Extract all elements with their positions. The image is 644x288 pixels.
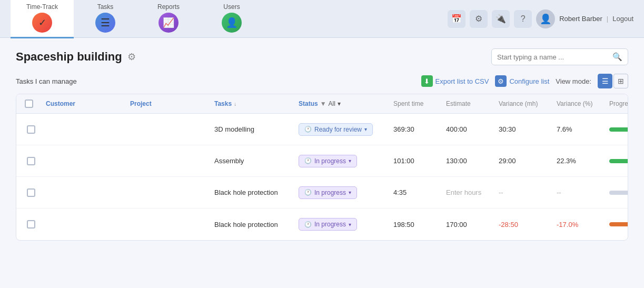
clock-icon: 🕐: [304, 189, 312, 196]
view-mode-list-button[interactable]: ☰: [598, 74, 612, 88]
sort-icon: ↓: [234, 101, 236, 107]
td-variance-pct: 7.6%: [552, 121, 605, 137]
page-header: Spaceship building ⚙ 🔍: [16, 48, 628, 65]
header-checkbox[interactable]: [25, 100, 33, 108]
td-status[interactable]: 🕐 In progress ▾: [294, 182, 389, 203]
nav-label-reports: Reports: [157, 3, 180, 11]
row-checkbox[interactable]: [27, 188, 35, 197]
status-badge[interactable]: 🕐 Ready for review ▾: [299, 123, 373, 136]
th-estimate-label: Estimate: [446, 100, 471, 107]
row-checkbox[interactable]: [27, 125, 35, 134]
filter-all-label: All: [329, 100, 335, 107]
td-status[interactable]: 🕐 In progress ▾: [294, 151, 389, 172]
th-status[interactable]: Status ▼ All ▾: [294, 94, 389, 113]
toolbar-right: ⬇ Export list to CSV ⚙ Configure list Vi…: [421, 74, 628, 88]
td-task-name: Black hole protection: [210, 184, 294, 201]
td-task-name: 3D modelling: [210, 121, 294, 137]
configure-list-icon: ⚙: [495, 75, 507, 87]
td-variance-mh: 29:00: [494, 153, 552, 169]
view-mode-icons: ☰ ⊞: [598, 74, 628, 88]
nav-icon-tasks: ☰: [95, 13, 115, 33]
nav-item-tasks[interactable]: Tasks ☰: [74, 0, 137, 38]
page-settings-icon[interactable]: ⚙: [127, 51, 136, 63]
td-project: [126, 125, 210, 134]
td-customer: [42, 188, 126, 197]
help-icon[interactable]: ?: [514, 10, 532, 28]
th-variance-pct: Variance (%): [552, 94, 605, 113]
nav-username: Robert Barber: [559, 15, 602, 23]
progress-bar-empty: [609, 191, 628, 195]
nav-item-reports[interactable]: Reports 📈: [137, 0, 200, 38]
td-checkbox[interactable]: [21, 184, 42, 201]
filter-dropdown-icon: ▾: [338, 100, 341, 107]
th-tasks-label: Tasks: [214, 100, 232, 107]
td-estimate: 170:00: [442, 216, 494, 233]
td-task-name: Black hole protection: [210, 216, 294, 233]
table-row: Black hole protection 🕐 In progress ▾ 4:…: [16, 177, 628, 208]
table-header: Customer Project Tasks ↓ Status ▼ All ▾ …: [16, 94, 628, 114]
search-icon[interactable]: 🔍: [612, 52, 622, 62]
plugins-icon[interactable]: 🔌: [492, 10, 510, 28]
td-checkbox[interactable]: [21, 153, 42, 170]
th-status-label: Status: [299, 100, 318, 107]
nav-label-tasks: Tasks: [97, 3, 114, 11]
td-checkbox[interactable]: [21, 121, 42, 138]
calendar-icon[interactable]: 📅: [448, 10, 465, 28]
td-status[interactable]: 🕐 In progress ▾: [294, 214, 389, 235]
row-checkbox[interactable]: [27, 220, 35, 229]
th-variance-pct-label: Variance (%): [557, 100, 592, 107]
export-csv-label: Export list to CSV: [435, 77, 489, 85]
progress-bar: [609, 222, 628, 226]
nav-items: Time-Track ✓ Tasks ☰ Reports 📈 Users 👤: [11, 0, 448, 38]
clock-icon: 🕐: [304, 221, 312, 228]
status-badge[interactable]: 🕐 In progress ▾: [299, 218, 357, 231]
toolbar-subtitle: Tasks I can manage: [16, 77, 77, 85]
th-tasks[interactable]: Tasks ↓: [210, 94, 294, 113]
settings-icon[interactable]: ⚙: [470, 10, 488, 28]
configure-list-button[interactable]: ⚙ Configure list: [495, 75, 549, 87]
th-customer[interactable]: Customer: [42, 94, 126, 113]
td-estimate: Enter hours: [442, 184, 494, 201]
th-project-label: Project: [130, 100, 152, 107]
page-title-row: Spaceship building ⚙: [16, 50, 136, 64]
top-navigation: Time-Track ✓ Tasks ☰ Reports 📈 Users 👤 📅…: [0, 0, 644, 38]
td-variance-pct: --: [552, 184, 605, 201]
th-checkbox[interactable]: [21, 94, 42, 113]
td-variance-pct: -17.0%: [552, 216, 605, 233]
status-dropdown-icon: ▾: [349, 222, 351, 227]
filter-all-button[interactable]: ▼ All ▾: [320, 100, 341, 107]
filter-icon: ▼: [320, 100, 326, 107]
td-estimate: 400:00: [442, 121, 494, 137]
td-project: [126, 188, 210, 197]
th-project[interactable]: Project: [126, 94, 210, 113]
status-dropdown-icon: ▾: [349, 158, 351, 164]
table-row: Assembly 🕐 In progress ▾ 101:00 130:00 2…: [16, 145, 628, 177]
td-project: [126, 220, 210, 229]
td-project: [126, 157, 210, 165]
td-status[interactable]: 🕐 Ready for review ▾: [294, 119, 389, 140]
nav-logout[interactable]: Logout: [612, 15, 633, 23]
nav-icon-time-track: ✓: [32, 13, 52, 33]
nav-separator: |: [607, 15, 608, 23]
td-progress-bar: [605, 218, 628, 231]
th-progress-bar-label: Progress Bar: [609, 100, 628, 107]
export-csv-icon: ⬇: [421, 75, 433, 87]
search-box[interactable]: 🔍: [491, 48, 628, 65]
td-spent-time: 198:50: [389, 216, 442, 233]
td-variance-mh: --: [494, 184, 552, 201]
table-body: 3D modelling 🕐 Ready for review ▾ 369:30…: [16, 114, 628, 240]
status-label: In progress: [314, 221, 346, 228]
row-checkbox[interactable]: [27, 157, 35, 165]
export-csv-button[interactable]: ⬇ Export list to CSV: [421, 75, 489, 87]
view-mode-grid-button[interactable]: ⊞: [613, 74, 628, 88]
status-badge[interactable]: 🕐 In progress ▾: [299, 186, 357, 199]
status-badge[interactable]: 🕐 In progress ▾: [299, 155, 357, 167]
search-input[interactable]: [497, 53, 608, 61]
td-checkbox[interactable]: [21, 216, 42, 233]
td-progress-bar: [605, 155, 628, 167]
td-task-name: Assembly: [210, 153, 294, 169]
nav-item-time-track[interactable]: Time-Track ✓: [11, 0, 74, 38]
nav-item-users[interactable]: Users 👤: [200, 0, 263, 38]
nav-label-users: Users: [223, 3, 240, 11]
user-avatar-icon[interactable]: 👤: [536, 9, 555, 28]
